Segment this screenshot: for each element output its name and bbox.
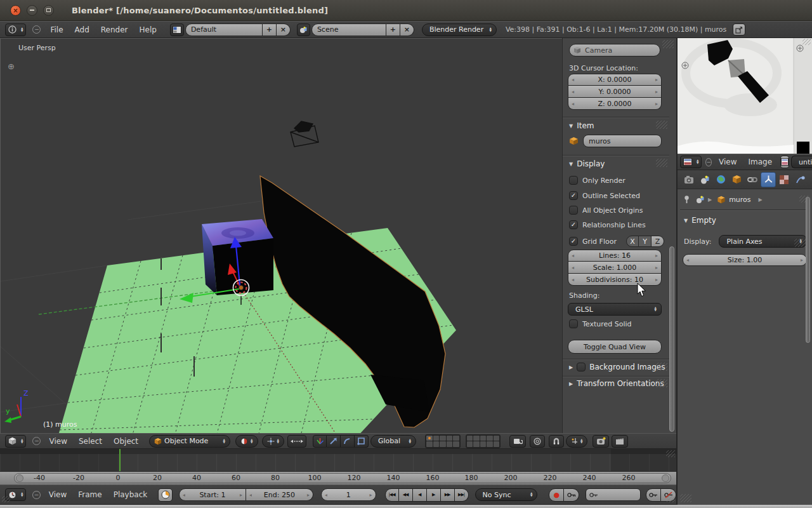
collapse-menus-icon[interactable]: − — [32, 437, 41, 445]
tab-object[interactable] — [729, 172, 744, 187]
panel-drag-widget[interactable] — [656, 379, 667, 387]
opengl-render-anim-button[interactable] — [612, 435, 628, 448]
screen-layout-icon-button[interactable] — [170, 23, 184, 36]
cursor-z-field[interactable]: ◂Z: 0.0000▸ — [568, 98, 662, 110]
start-frame-field[interactable]: ◂Start: 1▸ — [179, 488, 246, 501]
menu-view[interactable]: View — [43, 490, 72, 499]
checkbox[interactable]: ✓ — [569, 220, 578, 229]
area-corner-widget[interactable] — [680, 494, 691, 502]
snap-toggle-button[interactable] — [549, 435, 564, 448]
menu-render[interactable]: Render — [95, 25, 134, 34]
add-scene-button[interactable]: + — [386, 23, 400, 36]
grid-lines-field[interactable]: ◂Lines: 16▸ — [568, 250, 662, 262]
background-images-header[interactable]: ▶ ✓ Background Images — [569, 363, 665, 371]
tab-render[interactable] — [681, 172, 697, 187]
item-panel-header[interactable]: ▼ Item — [569, 121, 594, 130]
camera-lock-button[interactable]: Camera — [569, 44, 660, 57]
manipulate-centers-button[interactable] — [287, 435, 306, 448]
timeline-scrollbar[interactable] — [14, 473, 671, 483]
breadcrumb-object-icon[interactable] — [717, 196, 726, 204]
panel-drag-widget[interactable] — [656, 363, 667, 371]
panel-drag-widget[interactable] — [794, 239, 806, 247]
render-engine-dropdown[interactable]: Blender Render ▲▼ — [422, 23, 497, 36]
current-frame-field[interactable]: ◂1▸ — [321, 488, 376, 501]
transform-orientation-dropdown[interactable]: Global ▲▼ — [370, 435, 416, 448]
tab-texture[interactable] — [776, 172, 792, 187]
toggle-quad-view-button[interactable]: Toggle Quad View — [568, 340, 662, 354]
editor-type-button-3dview[interactable]: ▲▼ — [5, 435, 26, 448]
3d-scene[interactable]: Z y — [1, 39, 562, 433]
panel-scrollbar[interactable] — [669, 246, 674, 432]
menu-frame[interactable]: Frame — [72, 490, 107, 499]
grid-axis-z-button[interactable]: Z — [652, 236, 664, 247]
checkbox[interactable]: ✓ — [569, 319, 578, 328]
menu-select[interactable]: Select — [73, 437, 108, 446]
delete-scene-button[interactable]: × — [400, 23, 414, 36]
checkbox[interactable]: ✓ — [569, 191, 578, 200]
image-editor-view[interactable] — [678, 38, 812, 154]
image-datablock-icon-button[interactable] — [780, 156, 789, 168]
keying-set-field[interactable] — [586, 488, 641, 501]
cursor-x-field[interactable]: ◂X: 0.0000▸ — [568, 74, 662, 86]
area-corner-widget[interactable] — [662, 40, 674, 48]
delete-layout-button[interactable]: × — [277, 23, 291, 36]
toolbar-expand-icon[interactable]: ⊕ — [8, 62, 15, 71]
menu-object[interactable]: Object — [108, 437, 144, 446]
collapse-menus-icon[interactable]: − — [705, 158, 712, 166]
scene-name-field[interactable]: Scene — [311, 23, 386, 36]
layout-name-field[interactable]: Default — [185, 23, 263, 36]
menu-file[interactable]: File — [44, 25, 69, 34]
cursor-y-field[interactable]: ◂Y: 0.0000▸ — [568, 86, 662, 98]
panel-drag-widget[interactable] — [656, 121, 667, 129]
current-frame-line[interactable] — [119, 449, 121, 471]
manipulator-extra-button[interactable] — [355, 435, 369, 448]
transform-orientations-header[interactable]: ▶ Transform Orientations — [569, 379, 664, 388]
tab-constraints[interactable] — [745, 172, 760, 187]
panel-drag-widget[interactable] — [656, 159, 667, 167]
bre adcrumb-object-name[interactable]: muros — [729, 196, 750, 204]
menu-view[interactable]: View — [713, 157, 742, 166]
previous-keyframe-button[interactable]: ◀◀ — [399, 488, 413, 502]
maximize-button[interactable] — [43, 5, 54, 16]
area-corner-widget[interactable] — [2, 496, 10, 502]
3d-viewport[interactable]: Z y User Persp ⊕ (1) muros — [0, 38, 562, 433]
timeline-track[interactable] — [0, 449, 676, 471]
use-preview-range-button[interactable] — [158, 488, 173, 502]
editor-type-button-info[interactable]: ▲▼ — [5, 23, 26, 36]
sync-dropdown[interactable]: No Sync ▲▼ — [475, 488, 538, 501]
menu-image[interactable]: Image — [743, 157, 778, 166]
menu-view[interactable]: View — [43, 437, 72, 446]
rotate-manipulator-button[interactable] — [327, 435, 341, 448]
menu-add[interactable]: Add — [69, 25, 95, 34]
new-window-button[interactable] — [733, 23, 745, 36]
tab-physics[interactable] — [792, 172, 808, 187]
proportional-edit-button[interactable] — [530, 435, 545, 448]
tab-scene[interactable] — [697, 172, 712, 187]
auto-keying-set-button[interactable] — [564, 488, 579, 502]
layers-group-1[interactable] — [425, 434, 461, 448]
checkbox[interactable]: ✓ — [569, 206, 578, 215]
properties-scrollbar[interactable] — [806, 197, 810, 343]
area-corner-widget[interactable] — [802, 39, 811, 45]
pivot-point-dropdown[interactable]: ▲▼ — [262, 435, 284, 448]
grid-axis-y-button[interactable]: Y — [639, 236, 652, 247]
viewport-shading-dropdown[interactable]: ▲▼ — [235, 435, 258, 448]
pin-icon[interactable] — [683, 195, 691, 204]
scale-manipulator-button[interactable] — [341, 435, 355, 448]
mode-dropdown[interactable]: Object Mode ▲▼ — [149, 435, 230, 448]
display-panel-header[interactable]: ▼ Display — [569, 159, 605, 168]
grid-scale-field[interactable]: ◂Scale: 1.000▸ — [568, 262, 662, 274]
opengl-render-button[interactable] — [593, 435, 609, 448]
lock-to-scene-button[interactable] — [509, 435, 526, 448]
area-corner-widget[interactable] — [667, 496, 675, 502]
jump-to-end-button[interactable]: ▶▶| — [455, 488, 469, 502]
collapse-menus-icon[interactable]: − — [32, 491, 40, 499]
image-name-field[interactable]: unti — [791, 156, 812, 168]
next-keyframe-button[interactable]: ▶▶ — [441, 488, 455, 502]
breadcrumb-scene-icon[interactable] — [696, 196, 705, 204]
object-name-field[interactable]: muros — [583, 135, 662, 147]
checkbox[interactable]: ✓ — [577, 363, 586, 371]
auto-keyframe-button[interactable]: ● — [549, 488, 564, 502]
menu-help[interactable]: Help — [134, 25, 162, 34]
area-corner-widget[interactable] — [666, 450, 675, 457]
